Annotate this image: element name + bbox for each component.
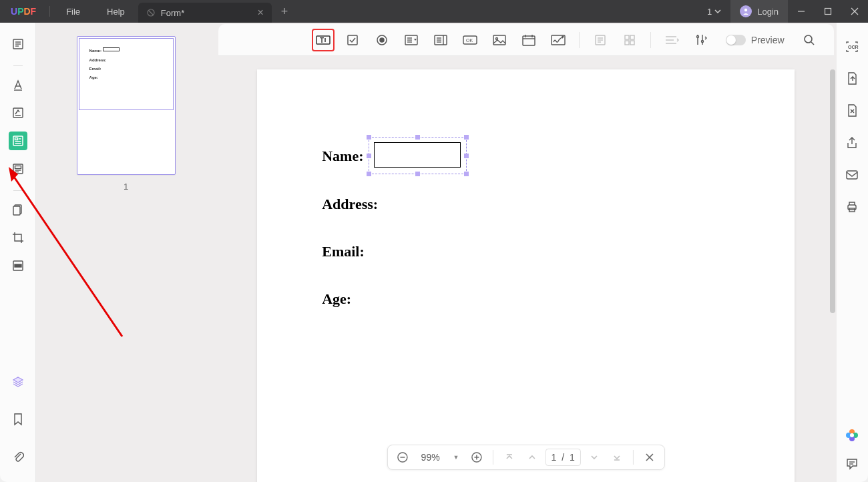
svg-rect-20 xyxy=(13,164,23,174)
share-button[interactable] xyxy=(843,134,861,152)
window-close-button[interactable] xyxy=(841,0,868,23)
form-tool[interactable] xyxy=(9,132,27,150)
listbox-tool[interactable] xyxy=(429,29,452,51)
label-email: Email: xyxy=(322,243,365,260)
edit-tool[interactable] xyxy=(9,103,27,122)
svg-text:OK: OK xyxy=(466,38,473,43)
svg-point-46 xyxy=(495,37,497,39)
bookmark-panel-button[interactable] xyxy=(9,410,27,429)
login-button[interactable]: Login xyxy=(730,0,788,23)
page-number-input[interactable]: 1 / 1 xyxy=(546,449,581,466)
preview-toggle[interactable]: Preview xyxy=(726,35,785,45)
organize-tool[interactable] xyxy=(9,200,27,219)
tab-title: Form* xyxy=(161,8,184,18)
document-tab[interactable]: Form* × xyxy=(138,3,272,23)
chevron-down-icon xyxy=(714,8,721,15)
tab-close-icon[interactable]: × xyxy=(258,7,264,19)
svg-rect-24 xyxy=(15,205,21,214)
layers-panel-button[interactable] xyxy=(9,373,27,391)
svg-rect-83 xyxy=(847,171,857,179)
separator xyxy=(13,65,23,66)
button-tool[interactable]: OK xyxy=(459,29,481,51)
svg-line-1 xyxy=(148,11,153,15)
label-address: Address: xyxy=(322,196,378,213)
svg-point-66 xyxy=(701,40,703,42)
thumbnail-panel: Name: Address: Email: Age: 1 xyxy=(36,23,216,482)
zoom-page-menu[interactable]: 1 xyxy=(698,7,730,17)
label-age: Age: xyxy=(322,290,351,308)
thumbnail-page-number: 1 xyxy=(124,182,128,192)
print-button[interactable] xyxy=(843,198,861,216)
redact-tool[interactable] xyxy=(9,256,27,275)
next-page-button[interactable] xyxy=(585,448,604,467)
svg-rect-27 xyxy=(15,264,21,267)
crop-tool[interactable] xyxy=(9,228,27,247)
svg-rect-25 xyxy=(13,206,20,215)
svg-rect-4 xyxy=(825,9,831,15)
titlebar: UPDF File Help Form* × + 1 Login xyxy=(0,0,868,23)
text-field-tool[interactable]: T xyxy=(312,29,335,51)
separator xyxy=(650,32,651,48)
svg-point-90 xyxy=(850,433,854,437)
convert-button[interactable] xyxy=(843,69,861,88)
tab-doc-icon xyxy=(146,8,156,17)
form-toolbar: T OK Preview xyxy=(218,24,834,56)
svg-rect-13 xyxy=(13,108,23,117)
document-page[interactable]: Name: Address: Email: Age: xyxy=(257,69,795,482)
menu-help[interactable]: Help xyxy=(93,7,138,17)
compress-button[interactable] xyxy=(843,101,861,120)
svg-rect-59 xyxy=(630,41,634,45)
search-button[interactable] xyxy=(798,29,821,51)
svg-point-2 xyxy=(744,9,747,11)
page-thumbnail[interactable]: Name: Address: Email: Age: xyxy=(77,36,176,175)
page-tool[interactable] xyxy=(9,160,27,178)
svg-rect-31 xyxy=(348,35,357,45)
vertical-scrollbar[interactable] xyxy=(830,69,835,313)
prev-page-button[interactable] xyxy=(523,448,541,467)
radio-tool[interactable] xyxy=(371,29,393,51)
menu-file[interactable]: File xyxy=(53,7,93,17)
svg-rect-58 xyxy=(625,41,629,45)
separator xyxy=(49,6,50,17)
svg-line-70 xyxy=(811,42,814,45)
text-field-instance[interactable] xyxy=(374,142,461,168)
close-zoom-bar-button[interactable] xyxy=(640,448,659,467)
checkbox-tool[interactable] xyxy=(341,29,364,51)
last-page-button[interactable] xyxy=(608,448,626,467)
signature-field-tool[interactable] xyxy=(547,29,570,51)
new-tab-button[interactable]: + xyxy=(272,5,298,19)
ai-assistant-button[interactable] xyxy=(843,426,861,445)
separator xyxy=(493,450,493,465)
separator xyxy=(13,190,23,191)
zoom-out-button[interactable] xyxy=(393,448,412,467)
first-page-button[interactable] xyxy=(500,448,519,467)
svg-rect-16 xyxy=(15,138,17,140)
svg-rect-47 xyxy=(523,36,535,45)
image-field-tool[interactable] xyxy=(488,29,511,51)
zoom-in-button[interactable] xyxy=(467,448,486,467)
comments-button[interactable] xyxy=(843,454,861,473)
zoom-bar: 99% ▼ 1 / 1 xyxy=(387,445,665,470)
zoom-dropdown[interactable]: ▼ xyxy=(449,454,463,461)
email-button[interactable] xyxy=(843,166,861,184)
user-avatar-icon xyxy=(740,5,752,17)
date-field-tool[interactable] xyxy=(517,29,540,51)
svg-rect-26 xyxy=(13,261,23,270)
window-minimize-button[interactable] xyxy=(788,0,815,23)
svg-point-33 xyxy=(380,38,384,42)
form-recognition-tool[interactable] xyxy=(589,29,612,51)
svg-rect-15 xyxy=(13,136,23,146)
svg-text:T: T xyxy=(320,37,324,44)
dropdown-tool[interactable] xyxy=(400,29,423,51)
form-settings-tool[interactable] xyxy=(690,29,712,51)
canvas[interactable]: Name: Address: Email: Age: xyxy=(216,56,837,482)
right-toolbar: OCR xyxy=(837,23,868,482)
grid-tool[interactable] xyxy=(618,29,641,51)
ocr-button[interactable]: OCR xyxy=(843,37,861,56)
annotate-tool[interactable] xyxy=(9,75,27,94)
svg-rect-21 xyxy=(15,166,21,169)
attachment-panel-button[interactable] xyxy=(9,447,27,466)
reader-tool[interactable] xyxy=(9,35,27,53)
window-maximize-button[interactable] xyxy=(815,0,841,23)
align-tool[interactable] xyxy=(660,29,683,51)
